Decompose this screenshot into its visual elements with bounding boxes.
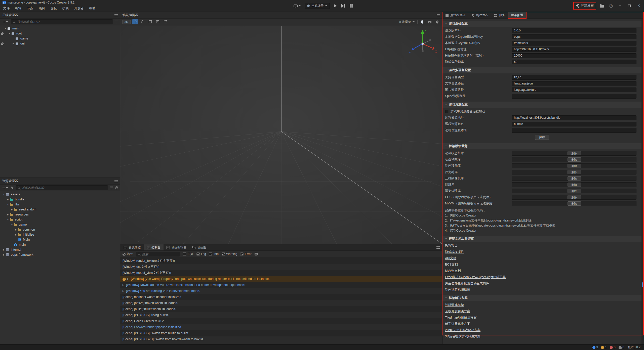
console-log-row[interactable]: [Window] [Vue warn]: Property "onInput" … [120, 276, 442, 282]
delete-module-button[interactable]: 删除 [568, 176, 581, 181]
layout-button[interactable] [349, 4, 354, 8]
delete-module-button[interactable]: 删除 [568, 183, 581, 187]
console-tab[interactable]: 动画编辑器 [164, 244, 189, 250]
delete-module-button[interactable]: 删除 [568, 164, 581, 168]
console-tab[interactable]: 动画图 [189, 244, 209, 250]
inspector-tab[interactable]: 属性检查器 [442, 12, 468, 18]
doc-link[interactable]: 教程项目 [445, 244, 458, 248]
help-button[interactable] [608, 3, 614, 9]
expand-caret-icon[interactable] [123, 290, 126, 292]
asset-node-row[interactable]: oops-framework [0, 252, 120, 257]
asset-node-row[interactable]: script [0, 217, 120, 222]
asset-node-row[interactable]: initialize [0, 232, 120, 237]
console-tab[interactable]: 控制台 [144, 244, 164, 250]
minimize-button[interactable] [617, 3, 623, 9]
expand-arrow-icon[interactable] [4, 26, 7, 31]
console-log-row[interactable]: [Window] model_view文件夹不存在 [120, 270, 442, 276]
property-input[interactable] [512, 128, 636, 133]
panel-menu-icon[interactable] [436, 246, 440, 249]
solution-link[interactable]: 全栈开发解决方案 [445, 310, 470, 314]
asset-node-row[interactable]: game [0, 222, 120, 227]
status-badge[interactable]: 3 [592, 345, 598, 349]
inspector-tab[interactable]: 服务 [491, 12, 508, 18]
sort-icon[interactable] [11, 186, 14, 189]
expand-arrow-icon[interactable] [2, 252, 6, 257]
asset-node-row[interactable]: Main [0, 237, 120, 242]
scene-viewport[interactable]: Y X Z [120, 26, 442, 244]
asset-node-row[interactable]: bundle [0, 197, 120, 202]
filter-icon[interactable] [110, 187, 113, 189]
solution-link[interactable]: 新手引导解决方案 [445, 322, 470, 326]
console-log-row[interactable]: [Scene] meshopt wasm decoder initialized [120, 294, 442, 300]
panel-menu-icon[interactable] [114, 180, 118, 182]
panel-menu-icon[interactable] [437, 14, 440, 16]
expand-arrow-icon[interactable] [6, 197, 10, 202]
refresh-icon[interactable] [115, 186, 118, 189]
menu-item[interactable]: 扩展 [60, 7, 71, 11]
assets-search[interactable] [16, 185, 108, 190]
collapse-logs-icon[interactable] [255, 253, 258, 255]
expand-arrow-icon[interactable] [2, 192, 6, 197]
inspector-tab[interactable]: 框架配置 [508, 12, 526, 18]
expand-arrow-icon[interactable] [6, 212, 10, 217]
console-filter-toggle[interactable]: Log [196, 252, 206, 256]
view-mode-select[interactable]: 正常浏览 [398, 20, 416, 24]
delete-module-button[interactable]: 删除 [568, 151, 581, 155]
scale-tool-button[interactable] [147, 19, 153, 24]
delete-module-button[interactable]: 删除 [568, 195, 581, 199]
property-input[interactable]: oops [512, 34, 636, 39]
expand-arrow-icon[interactable] [14, 227, 18, 232]
expand-arrow-icon[interactable] [2, 247, 6, 252]
property-input[interactable]: bundle [512, 122, 636, 126]
scene-select[interactable]: 当前场景 [305, 3, 330, 9]
doc-link[interactable]: 游戏模板项目 [445, 250, 464, 254]
property-input[interactable]: 1.0.5 [512, 28, 636, 33]
build-publish-button[interactable]: 构建发布 [574, 3, 595, 9]
delete-module-button[interactable]: 删除 [568, 157, 581, 162]
solution-link[interactable]: 3D角色扮演游戏解决方案 [445, 335, 480, 339]
console-filter-toggle[interactable]: Warning [222, 252, 237, 256]
expand-arrow-icon[interactable] [12, 41, 15, 46]
axis-gizmo[interactable]: Y X Z [407, 28, 438, 59]
asset-node-row[interactable]: common [0, 227, 120, 232]
delete-module-button[interactable]: 删除 [568, 189, 581, 193]
expand-arrow-icon[interactable] [6, 202, 10, 207]
expand-arrow-icon[interactable] [6, 217, 10, 222]
console-log-row[interactable]: [Scene] [bullet]:bullet wasm lib loaded. [120, 306, 442, 312]
doc-link[interactable]: 动画状态机编辑器 [445, 288, 470, 292]
solution-link[interactable]: 战棋游戏框架 [445, 303, 464, 307]
camera-settings-button[interactable] [427, 19, 433, 24]
delete-module-button[interactable]: 删除 [568, 201, 581, 206]
delete-module-button[interactable]: 删除 [568, 170, 581, 174]
status-badge[interactable]: 0 [610, 345, 616, 349]
light-toggle-button[interactable] [419, 19, 425, 24]
add-asset-button[interactable] [2, 187, 9, 189]
console-log-row[interactable]: [Window] render_texture文件夹不存在 [120, 258, 442, 264]
console-search[interactable] [136, 252, 180, 256]
doc-link[interactable]: ECS文档 [445, 263, 458, 267]
project-folder-button[interactable] [599, 4, 605, 8]
expand-caret-icon[interactable] [123, 284, 126, 286]
console-log-row[interactable]: [Scene] Cocos Creator v3.8.2 [120, 318, 442, 324]
filter-icon[interactable] [115, 21, 118, 23]
doc-link[interactable]: Excel格式转Json文件与TypeScript代码工具 [445, 275, 506, 279]
property-input[interactable] [512, 94, 636, 99]
console-filter-toggle[interactable]: Error [240, 252, 252, 256]
property-input[interactable]: 60 [512, 60, 636, 64]
console-filter-toggle[interactable]: Info [209, 252, 219, 256]
section-header[interactable]: 游戏基础配置 [442, 21, 641, 27]
console-log-row[interactable]: [Window] Download the Vue Devtools exten… [120, 282, 442, 288]
property-input[interactable]: http://192.168.0.150/main/ [512, 47, 636, 52]
inspector-scrollbar[interactable] [641, 19, 644, 344]
close-button[interactable] [636, 3, 641, 9]
status-badge[interactable]: 0 [619, 345, 624, 349]
scrollbar-thumb[interactable] [642, 282, 643, 287]
rect-tool-button[interactable] [155, 19, 161, 24]
section-header[interactable]: 游戏多语言配置 [442, 67, 641, 73]
menu-item[interactable]: 节点 [24, 7, 36, 11]
property-input[interactable]: language/json [512, 81, 636, 86]
console-tab[interactable]: 资源预览 [121, 244, 144, 250]
section-header[interactable]: 框架文档工具链接 [442, 236, 641, 242]
console-log-row[interactable]: [Scene] [PHYSICS2D]: switch from box2d-w… [120, 336, 442, 342]
hierarchy-search-input[interactable] [17, 20, 111, 24]
